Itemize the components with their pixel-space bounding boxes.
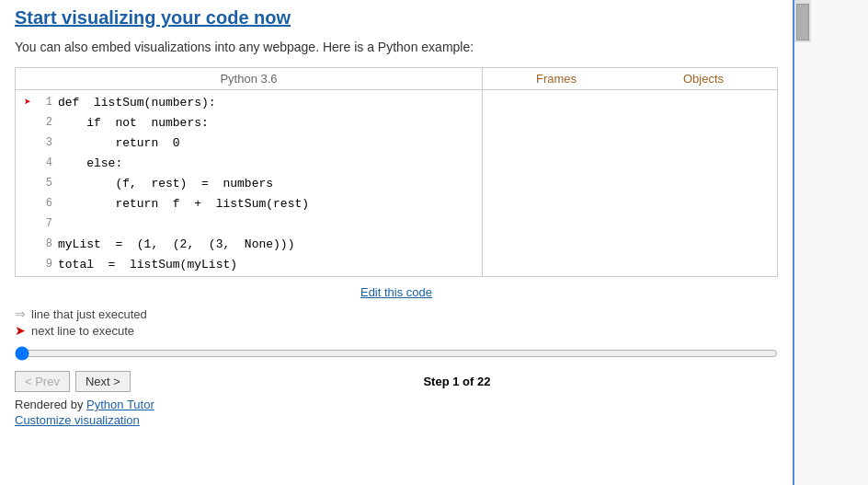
rendered-by-static: Rendered by — [15, 398, 86, 411]
line-code-1: def listSum(numbers): — [58, 96, 216, 110]
python-tutor-link[interactable]: Python Tutor — [86, 398, 154, 411]
page-title-link[interactable]: Start visualizing your code now — [15, 7, 291, 29]
next-button[interactable]: Next > — [75, 371, 131, 392]
code-panel: Python 3.6 ➤1def listSum(numbers):2 if n… — [16, 68, 483, 276]
visualizer-container: Python 3.6 ➤1def listSum(numbers):2 if n… — [15, 67, 778, 277]
code-line-5: 5 (f, rest) = numbers — [16, 173, 482, 193]
frames-label: Frames — [483, 68, 630, 89]
line-arrow-1: ➤ — [19, 95, 36, 110]
gray-arrow-icon: ⇒ — [15, 306, 26, 321]
legend: ⇒ line that just executed ➤ next line to… — [15, 306, 778, 338]
line-num-9: 9 — [36, 258, 52, 271]
legend-item-gray: ⇒ line that just executed — [15, 306, 778, 321]
line-num-1: 1 — [36, 96, 52, 109]
line-num-8: 8 — [36, 237, 52, 250]
code-line-1: ➤1def listSum(numbers): — [16, 92, 482, 112]
rendered-by-text: Rendered by Python Tutor — [15, 398, 778, 411]
scrollbar-thumb[interactable] — [796, 4, 809, 40]
edit-link-row: Edit this code — [15, 284, 778, 299]
line-code-9: total = listSum(myList) — [58, 258, 237, 271]
edit-code-link[interactable]: Edit this code — [360, 285, 432, 299]
line-num-5: 5 — [36, 177, 52, 190]
legend-gray-text: line that just executed — [31, 307, 147, 321]
line-code-8: myList = (1, (2, (3, None))) — [58, 237, 294, 251]
step-slider[interactable] — [15, 345, 778, 362]
line-num-3: 3 — [36, 136, 52, 149]
code-line-3: 3 return 0 — [16, 133, 482, 153]
line-code-6: return f + listSum(rest) — [58, 197, 309, 211]
code-line-4: 4 else: — [16, 153, 482, 173]
red-arrow-icon: ➤ — [15, 323, 26, 338]
code-line-2: 2 if not numbers: — [16, 112, 482, 133]
code-line-6: 6 return f + listSum(rest) — [16, 193, 482, 214]
line-code-4: else: — [58, 156, 122, 170]
line-num-7: 7 — [36, 217, 52, 230]
nav-row: < Prev Next > Step 1 of 22 — [15, 371, 778, 392]
legend-item-red: ➤ next line to execute — [15, 323, 778, 338]
code-panel-header: Python 3.6 — [16, 68, 482, 90]
line-num-6: 6 — [36, 197, 52, 210]
embed-description: You can also embed visualizations into a… — [15, 40, 778, 54]
slider-row — [15, 345, 778, 362]
line-code-5: (f, rest) = numbers — [58, 177, 273, 191]
scrollbar[interactable] — [794, 0, 811, 42]
objects-label: Objects — [630, 68, 777, 89]
right-panel — [794, 0, 868, 485]
code-line-7: 7 — [16, 214, 482, 234]
legend-red-text: next line to execute — [31, 324, 134, 338]
customize-visualization-link[interactable]: Customize visualization — [15, 413, 778, 427]
code-body: ➤1def listSum(numbers):2 if not numbers:… — [16, 90, 482, 276]
frames-objects-body — [483, 90, 777, 256]
line-code-3: return 0 — [58, 136, 180, 150]
step-label: Step 1 of 22 — [136, 375, 778, 388]
line-num-4: 4 — [36, 156, 52, 169]
frames-objects-panel: Frames Objects — [483, 68, 777, 276]
prev-button[interactable]: < Prev — [15, 371, 70, 392]
frames-objects-header: Frames Objects — [483, 68, 777, 90]
code-line-9: 9total = listSum(myList) — [16, 254, 482, 274]
code-line-8: 8myList = (1, (2, (3, None))) — [16, 234, 482, 254]
line-num-2: 2 — [36, 116, 52, 129]
line-code-2: if not numbers: — [58, 116, 209, 130]
